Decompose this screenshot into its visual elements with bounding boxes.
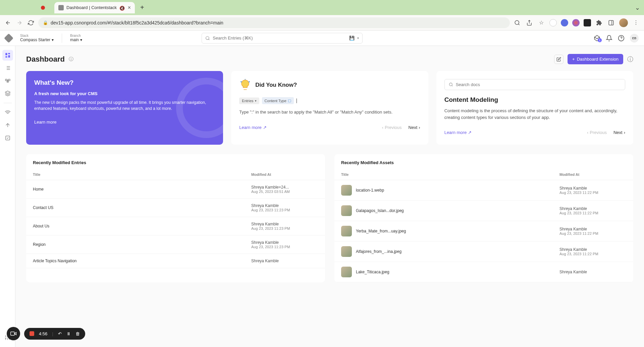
branch-selector[interactable]: Branch main ▾ [70, 34, 82, 42]
table-row[interactable]: Contact USShreya KambleAug 23, 2023 11:2… [26, 199, 325, 217]
notifications-icon[interactable] [606, 35, 612, 42]
asset-modified-date: Aug 23, 2023 11:22 PM [559, 211, 627, 215]
entry-title: Article Topics Navigation [33, 259, 251, 263]
mute-icon[interactable]: 🔇 [119, 6, 123, 10]
svg-rect-1 [609, 20, 613, 25]
extension-4-icon[interactable] [584, 19, 591, 26]
page-title: Dashboard [26, 55, 65, 64]
entry-modified-date: Aug 23, 2023 11:23 PM [251, 226, 318, 230]
extension-2-icon[interactable] [561, 19, 568, 26]
info-icon[interactable]: ⓘ [69, 56, 73, 62]
table-row[interactable]: RegionShreya KambleAug 23, 2023 11:23 PM [26, 235, 325, 254]
search-icon [205, 36, 210, 41]
sidebar-entries-icon[interactable] [2, 63, 13, 73]
browser-tab[interactable]: Dashboard | Contentstack 🔇 × [54, 2, 135, 13]
extension-1-icon[interactable] [549, 19, 557, 26]
docs-previous-button[interactable]: ‹ Previous [587, 130, 607, 135]
plus-icon: + [572, 57, 575, 62]
table-row[interactable]: location-1.webpShreya KambleAug 23, 2023… [334, 180, 633, 201]
asset-modifier: Shreya Kamble [559, 186, 627, 191]
dyk-heading: Did You Know? [255, 82, 297, 88]
dashboard-extension-button[interactable]: + Dashboard Extension [568, 54, 623, 64]
branch-label: Branch [70, 34, 82, 38]
edit-dashboard-button[interactable] [554, 55, 564, 64]
forward-button[interactable] [15, 19, 23, 27]
docs-body: Content modeling is the process of defin… [444, 108, 625, 121]
dyk-learn-more[interactable]: Learn more ↗ [239, 125, 266, 130]
close-icon[interactable]: × [128, 5, 131, 11]
info-circle-icon[interactable]: ⓘ [627, 55, 633, 63]
bookmark-icon[interactable]: ☆ [537, 19, 545, 27]
entry-title: Region [33, 242, 251, 247]
global-search[interactable]: 💾 ▾ [202, 33, 363, 44]
url-bar[interactable]: 🔒 dev15-app.csnonprod.com/#!/stack/blt18… [38, 17, 510, 28]
docs-search[interactable] [444, 79, 625, 90]
asset-thumbnail [341, 205, 352, 216]
entry-title: Contact US [33, 205, 251, 210]
dyk-next-button[interactable]: Next › [409, 125, 420, 130]
sidebar-releases-icon[interactable] [2, 120, 13, 131]
svg-point-0 [515, 20, 519, 24]
sidebar-publish-icon[interactable] [2, 107, 13, 118]
table-row[interactable]: Galapagos_Islan...dor.jpegShreya KambleA… [334, 201, 633, 221]
assets-col-modified: Modified At [559, 172, 627, 177]
docs-next-button[interactable]: Next › [613, 130, 625, 135]
entry-modifier: Shreya Kamble+24... [251, 185, 318, 190]
search-input[interactable] [213, 36, 346, 41]
share-icon[interactable] [525, 19, 533, 27]
table-row[interactable]: About UsShreya KambleAug 23, 2023 11:23 … [26, 217, 325, 235]
pause-icon[interactable]: ⏸ [66, 331, 71, 336]
whats-new-learn-more[interactable]: Learn more [34, 120, 215, 125]
sidebar-tasks-icon[interactable] [2, 133, 13, 143]
table-row[interactable]: Alfajores_from_...ina.jpegShreya KambleA… [334, 241, 633, 262]
help-icon[interactable] [618, 35, 625, 42]
svg-point-3 [206, 36, 209, 39]
inbox-icon[interactable]: 1 [594, 35, 600, 42]
browser-toolbar: 🔒 dev15-app.csnonprod.com/#!/stack/blt18… [0, 15, 644, 30]
docs-learn-more[interactable]: Learn more ↗ [444, 130, 472, 135]
undo-icon[interactable]: ↶ [58, 331, 62, 336]
table-row[interactable]: Lake_Titicaca.jpegShreya Kamble [334, 262, 633, 282]
reload-button[interactable] [27, 19, 35, 27]
chrome-menu-icon[interactable]: ⋮ [632, 19, 640, 27]
sidebar-content-models-icon[interactable] [2, 75, 13, 86]
asset-modifier: Shreya Kamble [559, 270, 627, 274]
docs-search-input[interactable] [456, 82, 621, 87]
entry-modifier: Shreya Kamble [251, 222, 318, 226]
lightbulb-icon [239, 79, 251, 91]
asset-thumbnail [341, 246, 352, 257]
entry-title: About Us [33, 224, 251, 228]
extension-3-icon[interactable] [572, 19, 580, 26]
sidebar-dashboard-icon[interactable] [2, 50, 13, 61]
dyk-previous-button[interactable]: ‹ Previous [382, 125, 402, 130]
external-link-icon: ↗ [468, 130, 472, 135]
chrome-tabs-menu[interactable]: ⌄ [635, 4, 640, 11]
asset-title: location-1.webp [356, 188, 559, 193]
save-search-icon[interactable]: 💾 [349, 36, 355, 41]
svg-rect-7 [8, 55, 10, 58]
recent-assets-card: Recently Modified Assets Title Modified … [334, 154, 633, 282]
app-logo[interactable] [4, 33, 13, 43]
search-dropdown-icon[interactable]: ▾ [357, 36, 359, 40]
camera-toggle[interactable] [7, 327, 20, 340]
asset-modified-date: Aug 23, 2023 11:22 PM [559, 231, 627, 235]
back-button[interactable] [4, 19, 12, 27]
asset-modified-date: Aug 23, 2023 11:22 PM [559, 252, 627, 256]
entry-modifier: Shreya Kamble [251, 240, 318, 245]
table-row[interactable]: Article Topics NavigationShreya Kamble [26, 254, 325, 268]
user-avatar[interactable]: EB [630, 34, 639, 43]
sidebar-assets-icon[interactable] [2, 88, 13, 99]
new-tab-button[interactable]: + [138, 2, 147, 13]
sidepanel-icon[interactable] [607, 19, 615, 27]
stack-selector[interactable]: Stack Compass Starter ▾ [20, 34, 54, 42]
delete-icon[interactable]: 🗑 [75, 331, 80, 336]
table-row[interactable]: Yerba_Mate_from...uay.jpegShreya KambleA… [334, 221, 633, 241]
extensions-icon[interactable] [595, 19, 603, 27]
table-row[interactable]: HomeShreya Kamble+24...Aug 25, 2023 03:5… [26, 180, 325, 199]
profile-avatar[interactable] [619, 18, 628, 27]
search-icon[interactable] [513, 19, 521, 27]
entries-title: Recently Modified Entries [26, 154, 325, 169]
stop-record-button[interactable] [30, 331, 34, 336]
external-link-icon: ↗ [263, 125, 267, 130]
asset-title: Lake_Titicaca.jpeg [356, 270, 559, 274]
